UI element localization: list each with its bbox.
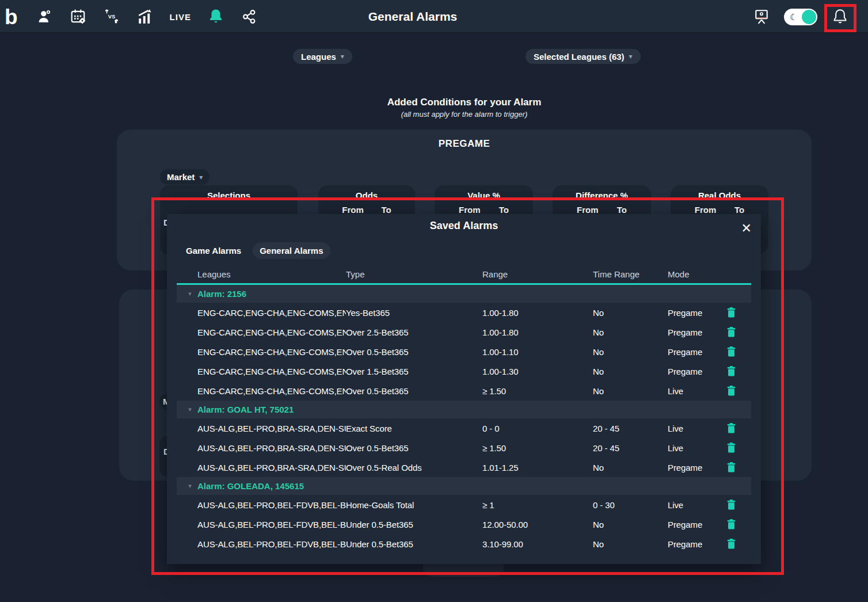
cell-mode: Pregame: [668, 539, 722, 549]
cell-leagues: AUS-ALG,BEL-PRO,BEL-FDVB,BEL-B...: [197, 539, 346, 549]
moon-icon: ☾: [790, 12, 797, 22]
trash-icon: [727, 462, 736, 473]
delete-alarm-button[interactable]: [722, 366, 740, 376]
cell-leagues: ENG-CARC,ENG-CHA,ENG-COMS,EN...: [197, 308, 346, 318]
calendar-settings-icon[interactable]: [70, 7, 87, 26]
delete-alarm-button[interactable]: [722, 539, 740, 549]
toggle-knob: [802, 10, 816, 24]
odds-from-label: From: [342, 205, 364, 215]
odds-column-label: Odds: [318, 185, 415, 200]
head-to-head-icon[interactable]: VS: [103, 7, 120, 26]
market-dropdown[interactable]: Market ▾: [160, 169, 210, 185]
table-row: ENG-CARC,ENG-CHA,ENG-COMS,EN... Over 2.5…: [177, 322, 751, 342]
cell-range: 1.00-1.80: [482, 327, 593, 337]
cell-mode: Pregame: [668, 520, 722, 529]
chevron-down-icon: ▾: [199, 173, 203, 181]
selections-column-label: Selections: [160, 185, 298, 200]
column-header-leagues: Leagues: [197, 269, 346, 279]
live-label[interactable]: LIVE: [170, 12, 191, 22]
page-title: General Alarms: [368, 0, 457, 33]
column-header-time-range: Time Range: [593, 269, 668, 279]
collapse-chevron-icon[interactable]: ▾: [182, 406, 197, 413]
trash-icon: [727, 539, 736, 549]
delete-alarm-button[interactable]: [722, 500, 740, 510]
table-row: AUS-ALG,BEL-PRO,BEL-FDVB,BEL-B... Under …: [177, 534, 751, 554]
column-header-mode: Mode: [668, 269, 722, 279]
cell-leagues: AUS-ALG,BEL-PRO,BRA-SRA,DEN-SU...: [197, 443, 346, 453]
cell-type: Under 0.5-Bet365: [346, 539, 482, 549]
cell-time-range: 0 - 30: [593, 500, 668, 510]
odds-to-label: To: [381, 205, 391, 215]
table-row: AUS-ALG,BEL-PRO,BRA-SRA,DEN-SU... Over 0…: [177, 438, 751, 458]
trash-icon: [727, 307, 736, 318]
cell-type: Over 0.5-Bet365: [346, 386, 482, 396]
real-odds-from-label: From: [695, 205, 717, 215]
difference-column-label: Difference %: [553, 185, 651, 200]
cell-leagues: ENG-CARC,ENG-CHA,ENG-COMS,EN...: [197, 367, 346, 376]
tab-general-alarms[interactable]: General Alarms: [253, 242, 330, 259]
leagues-dropdown[interactable]: Leagues ▾: [293, 49, 352, 64]
delete-alarm-button[interactable]: [722, 462, 740, 473]
stats-icon[interactable]: [136, 7, 154, 26]
delete-alarm-button[interactable]: [722, 346, 740, 357]
notifications-bell-icon[interactable]: [831, 7, 848, 26]
cell-type: Over 0.5-Bet365: [346, 347, 482, 357]
alarms-table-header: Leagues Type Range Time Range Mode: [177, 265, 751, 283]
table-row: ENG-CARC,ENG-CHA,ENG-COMS,EN... Over 0.5…: [177, 342, 751, 361]
conditions-heading: Added Conditions for your Alarm: [117, 97, 812, 108]
cell-mode: Pregame: [668, 367, 722, 376]
table-row: AUS-ALG,BEL-PRO,BRA-SRA,DEN-SU... Over 0…: [177, 458, 751, 477]
collapse-chevron-icon[interactable]: ▾: [182, 290, 197, 298]
cell-range: 12.00-50.00: [482, 520, 593, 529]
alarm-group-header: ▾ Alarm: GOAL HT, 75021: [177, 401, 751, 418]
cell-mode: Pregame: [668, 347, 722, 357]
cell-time-range: No: [593, 463, 668, 473]
cell-type: Under 0.5-Bet365: [346, 520, 482, 529]
conditions-subheading: (all must apply for the alarm to trigger…: [117, 110, 812, 119]
cell-leagues: AUS-ALG,BEL-PRO,BRA-SRA,DEN-SU...: [197, 424, 346, 433]
table-row: AUS-ALG,BEL-PRO,BEL-FDVB,BEL-B... Under …: [177, 515, 751, 534]
cell-time-range: No: [593, 308, 668, 318]
real-odds-to-label: To: [734, 205, 744, 215]
cell-type: Over 0.5-Real Odds: [346, 463, 482, 473]
selected-leagues-dropdown[interactable]: Selected Leagues (63) ▾: [526, 49, 641, 64]
delete-alarm-button[interactable]: [722, 386, 740, 396]
alarms-table-body: ▾ Alarm: 2156 ENG-CARC,ENG-CHA,ENG-COMS,…: [177, 285, 751, 554]
modal-title: Saved Alarms: [167, 214, 761, 232]
tactics-board-icon[interactable]: [753, 7, 770, 26]
cell-range: ≥ 1.50: [482, 443, 593, 453]
dark-mode-toggle[interactable]: ☾: [784, 9, 817, 25]
cell-type: Exact Score: [346, 424, 482, 433]
difference-to-label: To: [617, 205, 627, 215]
cell-type: Over 0.5-Bet365: [346, 443, 482, 453]
cell-mode: Live: [668, 500, 722, 510]
delete-alarm-button[interactable]: [722, 423, 740, 433]
cell-mode: Live: [668, 386, 722, 396]
cell-type: Home-Goals Total: [346, 500, 482, 510]
trash-icon: [727, 327, 736, 337]
delete-alarm-button[interactable]: [722, 519, 740, 529]
column-header-range: Range: [482, 269, 593, 279]
table-row: ENG-CARC,ENG-CHA,ENG-COMS,EN... Yes-Bet3…: [177, 303, 751, 322]
app-logo[interactable]: b: [5, 6, 18, 28]
cell-type: Over 1.5-Bet365: [346, 367, 482, 376]
collapse-chevron-icon[interactable]: ▾: [182, 482, 197, 490]
trash-icon: [727, 366, 736, 376]
close-icon[interactable]: ✕: [741, 222, 752, 235]
cell-range: ≥ 1: [482, 500, 593, 510]
cell-leagues: AUS-ALG,BEL-PRO,BRA-SRA,DEN-SU...: [197, 463, 346, 473]
delete-alarm-button[interactable]: [722, 327, 740, 337]
delete-alarm-button[interactable]: [722, 307, 740, 318]
share-icon[interactable]: [241, 7, 258, 26]
cell-time-range: No: [593, 520, 668, 529]
alarm-group-title: Alarm: GOAL HT, 75021: [197, 405, 294, 414]
table-row: AUS-ALG,BEL-PRO,BEL-FDVB,BEL-B... Home-G…: [177, 495, 751, 515]
table-row: ENG-CARC,ENG-CHA,ENG-COMS,EN... Over 1.5…: [177, 361, 751, 381]
alarms-bell-icon[interactable]: [207, 7, 224, 26]
cell-time-range: No: [593, 367, 668, 376]
value-to-label: To: [499, 205, 509, 215]
cell-leagues: ENG-CARC,ENG-CHA,ENG-COMS,EN...: [197, 386, 346, 396]
profile-icon[interactable]: [36, 7, 54, 26]
tab-game-alarms[interactable]: Game Alarms: [179, 242, 248, 259]
delete-alarm-button[interactable]: [722, 443, 740, 453]
